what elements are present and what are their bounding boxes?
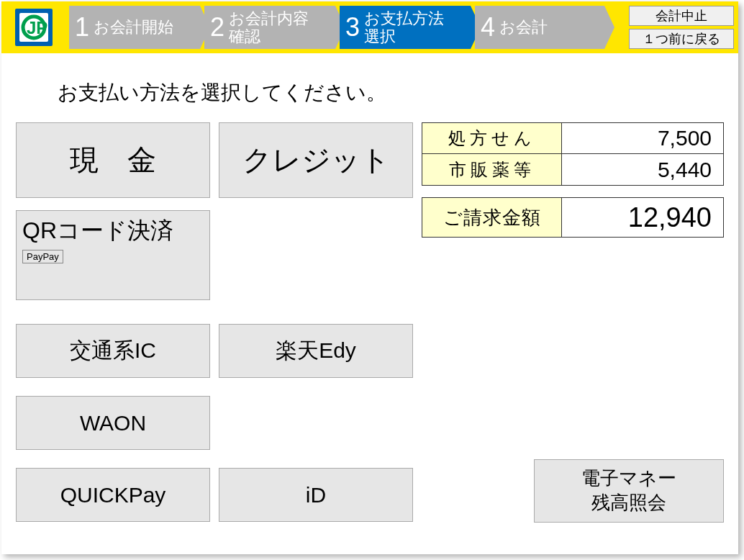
quickpay-button[interactable]: QUICKPay <box>16 468 210 522</box>
step-label: お支払方法 選択 <box>364 9 444 46</box>
prescription-row: 処方せん 7,500 <box>422 122 724 154</box>
cancel-checkout-button[interactable]: 会計中止 <box>629 6 734 26</box>
step-number: 1 <box>75 12 89 42</box>
otc-row: 市販薬等 5,440 <box>422 154 724 186</box>
total-value: 12,940 <box>562 197 724 238</box>
step-label: お会計開始 <box>94 18 173 36</box>
prescription-value: 7,500 <box>562 122 724 154</box>
jp-logo-icon: JP <box>12 6 55 49</box>
qr-label: QRコード決済 <box>22 215 173 247</box>
amount-summary-table: 処方せん 7,500 市販薬等 5,440 ご請求金額 12,940 <box>422 122 724 238</box>
otc-value: 5,440 <box>562 154 724 186</box>
total-row: ご請求金額 12,940 <box>422 197 724 238</box>
step-3: 3 お支払方法 選択 <box>340 6 471 49</box>
step-label: お会計内容 確認 <box>229 9 309 46</box>
emoney-balance-button[interactable]: 電子マネー 残高照会 <box>534 459 724 523</box>
otc-label: 市販薬等 <box>422 154 562 186</box>
balance-line1: 電子マネー <box>581 466 676 491</box>
back-button[interactable]: １つ前に戻る <box>629 29 734 49</box>
cash-button[interactable]: 現 金 <box>16 122 210 198</box>
waon-button[interactable]: WAON <box>16 396 210 450</box>
qr-sub-paypay: PayPay <box>22 250 63 263</box>
step-number: 4 <box>481 12 495 42</box>
step-4: 4 お会計 <box>475 6 604 49</box>
instruction-text: お支払い方法を選択してください。 <box>1 53 738 122</box>
id-button[interactable]: iD <box>219 468 413 522</box>
step-number: 3 <box>345 12 360 42</box>
balance-line2: 残高照会 <box>591 491 666 515</box>
transit-ic-button[interactable]: 交通系IC <box>16 324 210 378</box>
brand-logo: JP <box>1 1 66 53</box>
qr-payment-button[interactable]: QRコード決済 PayPay <box>16 210 210 300</box>
progress-steps: 1 お会計開始 2 お会計内容 確認 3 お支払方法 選択 4 お会計 <box>66 1 629 53</box>
svg-text:JP: JP <box>27 18 47 37</box>
header-buttons: 会計中止 １つ前に戻る <box>629 1 738 53</box>
content-area: 現 金 クレジット QRコード決済 PayPay 交通系IC 楽天Edy WAO… <box>1 122 738 557</box>
header-bar: JP 1 お会計開始 2 お会計内容 確認 3 お支払方法 選択 4 お会計 会… <box>1 1 738 53</box>
step-label: お会計 <box>499 18 548 36</box>
total-label: ご請求金額 <box>422 197 562 238</box>
step-number: 2 <box>210 12 224 42</box>
step-2: 2 お会計内容 確認 <box>204 6 335 49</box>
rakuten-edy-button[interactable]: 楽天Edy <box>219 324 413 378</box>
prescription-label: 処方せん <box>422 122 562 154</box>
step-1: 1 お会計開始 <box>69 6 200 49</box>
credit-button[interactable]: クレジット <box>219 122 413 198</box>
